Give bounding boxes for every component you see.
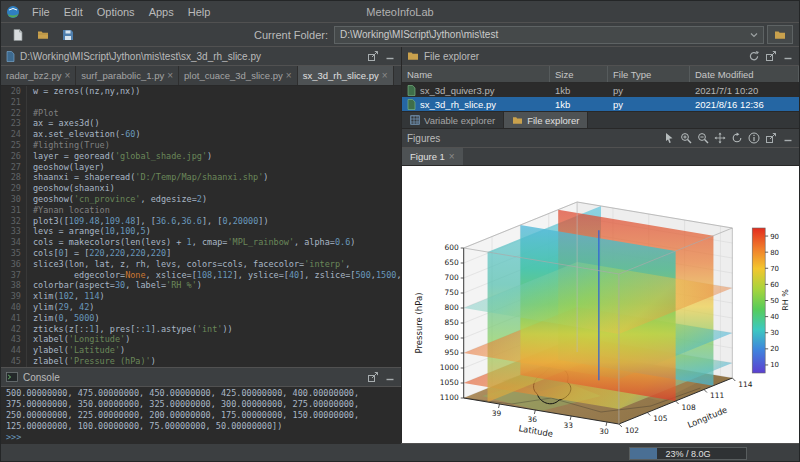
menu-help[interactable]: Help [181,4,218,20]
float-panel-icon[interactable] [765,132,777,144]
figure-tab[interactable]: Figure 1 × [402,148,463,165]
code-line[interactable]: 24ax.set_elevation(-60) [1,129,401,140]
code-line[interactable]: 43xlabel('Longitude') [1,334,401,345]
svg-text:RH %: RH % [781,289,790,311]
minimize-panel-icon[interactable] [782,132,794,144]
figure-canvas[interactable]: 600650700750800850900950100010501100Pres… [402,166,799,443]
file-size: 1kb [550,97,608,111]
svg-text:33: 33 [563,421,573,430]
menu-edit[interactable]: Edit [57,4,90,20]
editor-tab[interactable]: surf_parabolic_1.py× [76,66,179,85]
tab-close-icon[interactable]: × [382,70,388,81]
line-number: 32 [1,216,27,227]
editor-tab[interactable]: plot_cuace_3d_slice.py× [179,66,298,85]
minimize-panel-icon[interactable] [384,371,396,383]
svg-text:800: 800 [444,303,458,312]
editor-tab[interactable]: sx_3d_rh_slice.py× [298,66,394,85]
file-row[interactable]: sx_3d_rh_slice.py1kbpy2021/8/16 12:36 [402,97,799,111]
code-text: colorbar(aspect=30, label='RH %') [33,280,202,291]
tab-close-icon[interactable]: × [449,151,455,162]
svg-text:700: 700 [444,273,458,282]
dock-tab-variable-explorer[interactable]: Variable explorer [402,112,504,128]
memory-progress-bar[interactable]: 23% / 8.0G [629,447,747,460]
float-panel-icon[interactable] [367,50,379,62]
svg-text:114: 114 [738,380,752,389]
code-line[interactable]: 31#Yanan location [1,205,401,216]
current-folder-select[interactable]: D:\Working\MIScript\Jython\mis\test [334,26,764,44]
float-panel-icon[interactable] [367,371,379,383]
line-number: 23 [1,118,27,129]
column-header-file-type[interactable]: File Type [608,66,690,82]
new-file-button[interactable] [7,25,29,44]
code-line[interactable]: 45zlabel('Pressure (hPa)') [1,356,401,367]
editor-tab[interactable]: radar_bz2.py× [1,66,76,85]
browse-folder-button[interactable] [767,25,793,44]
svg-text:10: 10 [770,361,779,369]
code-line[interactable]: 34cols = makecolors(len(levs) + 1, cmap=… [1,237,401,248]
colorbar [752,228,765,373]
code-line[interactable]: 26layer = georead('global_shade.jpg') [1,151,401,162]
menu-file[interactable]: File [25,4,57,20]
file-row[interactable]: sx_3d_quiver3.py1kbpy2021/7/1 10:20 [402,83,799,97]
code-line[interactable]: 27geoshow(layer) [1,162,401,173]
svg-text:20: 20 [770,345,779,353]
dock-tab-label: Variable explorer [424,115,495,126]
refresh-icon[interactable] [748,50,760,62]
main-area: D:\Working\MIScript\Jython\mis\test\sx_3… [1,47,799,443]
code-line[interactable]: 21 [1,97,401,108]
code-text: levs = arange(10,100,5) [33,226,151,237]
dock-tab-file-explorer[interactable]: File explorer [504,112,588,128]
float-panel-icon[interactable] [765,50,777,62]
tab-close-icon[interactable]: × [167,70,173,81]
console-title: Console [23,372,60,383]
code-line[interactable]: 38colorbar(aspect=30, label='RH %') [1,280,401,291]
code-line[interactable]: 33levs = arange(10,100,5) [1,226,401,237]
colorbar-ticks: 102030405060708090RH % [765,233,790,370]
select-cursor-icon[interactable] [663,132,675,144]
menu-options[interactable]: Options [90,4,142,20]
code-line[interactable]: 22#Plot [1,108,401,119]
console-prompt[interactable]: >>> [6,432,396,443]
file-name: sx_3d_quiver3.py [420,85,494,96]
code-editor[interactable]: 20w = zeros((nz,ny,nx))2122#Plot23ax = a… [1,86,401,367]
svg-text:900: 900 [444,333,458,342]
column-header-name[interactable]: Name [402,66,550,82]
code-line[interactable]: 29geoshow(shaanxi) [1,183,401,194]
code-line[interactable]: 32plot3([109.48,109.48], [36.6,36.6], [0… [1,216,401,227]
line-number: 21 [1,97,27,108]
code-line[interactable]: 39xlim(102, 114) [1,291,401,302]
code-line[interactable]: 40ylim(29, 42) [1,302,401,313]
minimize-panel-icon[interactable] [782,50,794,62]
tab-close-icon[interactable]: × [286,70,292,81]
file-table-header[interactable]: NameSizeFile TypeDate Modified [402,66,799,83]
code-line[interactable]: 35cols[0] = [220,220,220,220] [1,248,401,259]
code-line[interactable]: 30geoshow('cn_province', edgesize=2) [1,194,401,205]
line-number: 31 [1,205,27,216]
column-header-date-modified[interactable]: Date Modified [690,66,799,82]
editor-tab-label: sx_3d_rh_slice.py [303,70,379,81]
code-line[interactable]: 37 edgecolor=None, xslice=[108,112], ysl… [1,270,401,281]
zoom-out-icon[interactable] [697,132,709,144]
pan-icon[interactable] [714,132,726,144]
code-line[interactable]: 44ylabel('Latitude') [1,345,401,356]
code-line[interactable]: 36slice3(lon, lat, z, rh, levs, colors=c… [1,259,401,270]
code-text: w = zeros((nz,ny,nx)) [33,86,140,97]
column-header-size[interactable]: Size [550,66,608,82]
save-button[interactable] [57,25,79,44]
console-output[interactable]: 500.00000000, 475.00000000, 450.00000000… [1,387,401,444]
info-icon[interactable] [748,132,760,144]
code-line[interactable]: 41zlim(0, 5000) [1,313,401,324]
code-line[interactable]: 28shaanxi = shaperead('D:/Temp/Map/shaan… [1,172,401,183]
minimize-panel-icon[interactable] [384,50,396,62]
rotate-icon[interactable] [731,132,743,144]
menu-apps[interactable]: Apps [142,4,181,20]
code-line[interactable]: 20w = zeros((nz,ny,nx)) [1,86,401,97]
open-file-button[interactable] [32,25,54,44]
tab-close-icon[interactable]: × [64,70,70,81]
code-line[interactable]: 23ax = axes3d() [1,118,401,129]
code-line[interactable]: 25#lighting(True) [1,140,401,151]
svg-text:Latitude: Latitude [518,423,554,439]
zoom-in-icon[interactable] [680,132,692,144]
memory-usage-text: 23% / 8.0G [630,448,746,459]
code-line[interactable]: 42zticks(z[::1], pres[::1].astype('int')… [1,324,401,335]
